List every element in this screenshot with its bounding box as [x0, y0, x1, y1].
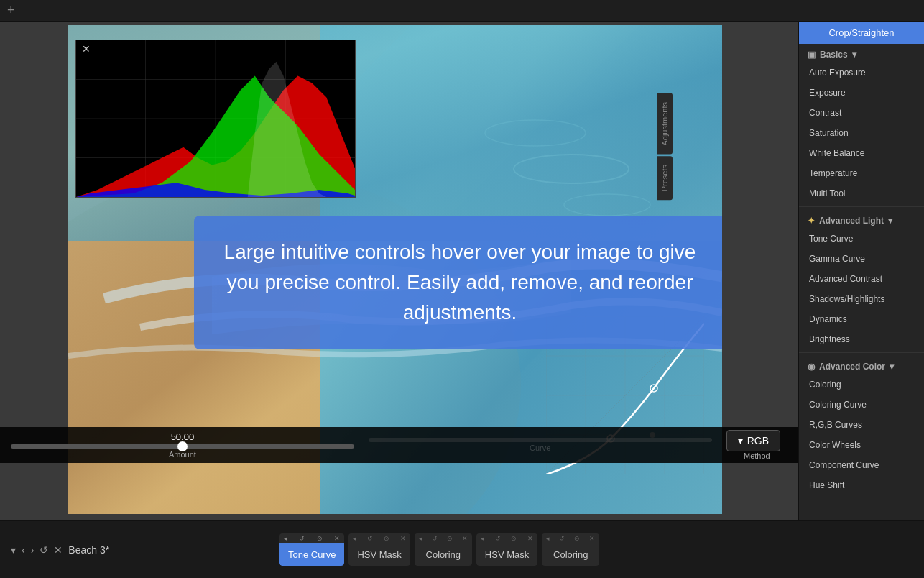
tab-icon-vis-4[interactable]: ⊙: [511, 535, 517, 542]
chevron-down-button[interactable]: ▾: [11, 544, 16, 556]
tab-icon-reset[interactable]: ↺: [299, 535, 305, 542]
panel-item-rgb-curves[interactable]: R,G,B Curves: [799, 415, 924, 435]
slider-value-display: 50.00: [11, 431, 354, 442]
tab-icon-close-4[interactable]: ✕: [527, 535, 533, 542]
section-header-advanced-light[interactable]: ✦ Advanced Light ▾: [799, 210, 924, 229]
panel-item-advanced-contrast[interactable]: Advanced Contrast: [799, 269, 924, 289]
tab-icon-reset-4[interactable]: ↺: [495, 535, 501, 542]
top-bar: +: [0, 0, 924, 22]
tab-coloring-2-header: ◂ ↺ ⊙ ✕: [542, 533, 599, 543]
bottom-left-controls: ▾ ‹ › ↺ ✕ Beach 3*: [11, 544, 109, 556]
divider-1: [799, 206, 924, 207]
method-value: RGB: [747, 435, 769, 446]
tab-icon-close-5[interactable]: ✕: [589, 535, 595, 542]
chevron-basics: ▾: [852, 50, 856, 60]
panel-item-tone-curve[interactable]: Tone Curve: [799, 229, 924, 249]
tab-hsv-mask-2-header: ◂ ↺ ⊙ ✕: [476, 533, 537, 543]
presets-tab[interactable]: Presets: [657, 156, 673, 200]
tab-icon-reset-2[interactable]: ↺: [367, 535, 373, 542]
canvas-area: ✕: [0, 22, 798, 520]
tab-icon-close-2[interactable]: ✕: [400, 535, 406, 542]
side-tabs: Adjustments Presets: [657, 93, 673, 200]
panel-item-color-wheels[interactable]: Color Wheels: [799, 435, 924, 455]
tab-icon-vis-3[interactable]: ⊙: [447, 535, 453, 542]
tab-hsv-mask-2[interactable]: ◂ ↺ ⊙ ✕ HSV Mask: [476, 533, 537, 566]
crop-straighten-button[interactable]: Crop/Straighten: [799, 22, 924, 44]
adjustment-tabs: ◂ ↺ ⊙ ✕ Tone Curve ◂ ↺ ⊙ ✕ HSV Mask ◂ ↺ …: [279, 533, 599, 566]
tooltip-text: Large intuitive controls hover over your…: [224, 241, 696, 324]
chevron-color: ▾: [890, 362, 894, 372]
histogram-panel: ✕: [75, 40, 356, 198]
tab-icon-close-3[interactable]: ✕: [462, 535, 468, 542]
tab-label-coloring-1[interactable]: Coloring: [415, 543, 472, 566]
panel-item-brightness[interactable]: Brightness: [799, 329, 924, 349]
bottom-controls-bar: 50.00 Amount Curve ▾ RGB Method: [0, 427, 798, 463]
section-label-basics: Basics: [820, 50, 848, 60]
tab-icon-left: ◂: [284, 535, 287, 542]
section-header-advanced-color[interactable]: ◉ Advanced Color ▾: [799, 356, 924, 375]
panel-item-exposure[interactable]: Exposure: [799, 83, 924, 103]
panel-item-gamma-curve[interactable]: Gamma Curve: [799, 249, 924, 269]
snapshot-name: Beach 3*: [68, 544, 109, 556]
curve-slider-group: Curve: [369, 438, 712, 452]
method-label: Method: [744, 451, 770, 460]
panel-item-coloring-curve[interactable]: Coloring Curve: [799, 395, 924, 415]
chevron-light: ▾: [888, 216, 892, 226]
section-label-advanced-color: Advanced Color: [819, 362, 885, 372]
panel-item-hue-shift[interactable]: Hue Shift: [799, 475, 924, 495]
tab-icon-vis[interactable]: ⊙: [317, 535, 323, 542]
panel-item-temperature[interactable]: Temperature: [799, 163, 924, 183]
tab-icon-close[interactable]: ✕: [334, 535, 340, 542]
panel-item-contrast[interactable]: Contrast: [799, 103, 924, 123]
tab-label-hsv-mask-2[interactable]: HSV Mask: [476, 543, 537, 566]
tab-tone-curve[interactable]: ◂ ↺ ⊙ ✕ Tone Curve: [279, 533, 344, 566]
section-icon-color: ◉: [808, 362, 815, 372]
tab-icon-left-3: ◂: [419, 535, 422, 542]
section-header-basics[interactable]: ▣ Basics ▾: [799, 44, 924, 63]
right-panel: Crop/Straighten ▣ Basics ▾ Auto Exposure…: [798, 22, 924, 520]
tab-coloring-1-header: ◂ ↺ ⊙ ✕: [415, 533, 472, 543]
main-layout: ✕: [0, 22, 924, 520]
panel-item-white-balance[interactable]: White Balance: [799, 143, 924, 163]
panel-item-auto-exposure[interactable]: Auto Exposure: [799, 63, 924, 83]
tab-icon-left-2: ◂: [353, 535, 356, 542]
tab-tone-curve-header: ◂ ↺ ⊙ ✕: [279, 533, 344, 543]
amount-slider-track[interactable]: [11, 444, 354, 449]
panel-item-coloring[interactable]: Coloring: [799, 375, 924, 395]
next-snapshot-button[interactable]: ›: [31, 544, 34, 556]
tab-label-tone-curve[interactable]: Tone Curve: [279, 543, 344, 566]
tooltip-box: Large intuitive controls hover over your…: [194, 216, 722, 349]
reset-snapshot-button[interactable]: ↺: [40, 544, 48, 556]
tab-icon-vis-2[interactable]: ⊙: [384, 535, 389, 542]
amount-slider-thumb[interactable]: [177, 441, 188, 451]
panel-item-saturation[interactable]: Saturation: [799, 123, 924, 143]
tab-icon-left-5: ◂: [546, 535, 550, 542]
close-snapshot-button[interactable]: ✕: [54, 544, 63, 556]
tab-label-coloring-2[interactable]: Coloring: [542, 543, 599, 566]
tab-coloring-1[interactable]: ◂ ↺ ⊙ ✕ Coloring: [415, 533, 472, 566]
prev-snapshot-button[interactable]: ‹: [22, 544, 25, 556]
panel-item-shadows-highlights[interactable]: Shadows/Highlights: [799, 289, 924, 309]
panel-item-dynamics[interactable]: Dynamics: [799, 309, 924, 329]
section-label-advanced-light: Advanced Light: [819, 216, 884, 226]
tab-label-hsv-mask-1[interactable]: HSV Mask: [348, 543, 410, 566]
histogram-close-button[interactable]: ✕: [82, 43, 91, 55]
tab-coloring-2[interactable]: ◂ ↺ ⊙ ✕ Coloring: [542, 533, 599, 566]
tab-icon-vis-5[interactable]: ⊙: [574, 535, 580, 542]
tab-hsv-mask-1-header: ◂ ↺ ⊙ ✕: [348, 533, 410, 543]
method-group: ▾ RGB Method: [726, 430, 787, 460]
tab-icon-left-4: ◂: [481, 535, 484, 542]
curve-slider-track[interactable]: [369, 438, 712, 442]
tab-hsv-mask-1[interactable]: ◂ ↺ ⊙ ✕ HSV Mask: [348, 533, 410, 566]
section-icon-light: ✦: [808, 216, 815, 226]
panel-item-multi-tool[interactable]: Multi Tool: [799, 183, 924, 203]
method-dropdown[interactable]: ▾ RGB: [726, 430, 780, 451]
adjustments-tab[interactable]: Adjustments: [657, 93, 673, 155]
panel-item-component-curve[interactable]: Component Curve: [799, 455, 924, 475]
curve-label: Curve: [369, 444, 712, 452]
bottom-strip: ▾ ‹ › ↺ ✕ Beach 3* ◂ ↺ ⊙ ✕ Tone Curve ◂ …: [0, 520, 924, 578]
tab-icon-reset-5[interactable]: ↺: [559, 535, 565, 542]
add-icon[interactable]: +: [7, 3, 15, 18]
divider-2: [799, 352, 924, 353]
tab-icon-reset-3[interactable]: ↺: [432, 535, 438, 542]
